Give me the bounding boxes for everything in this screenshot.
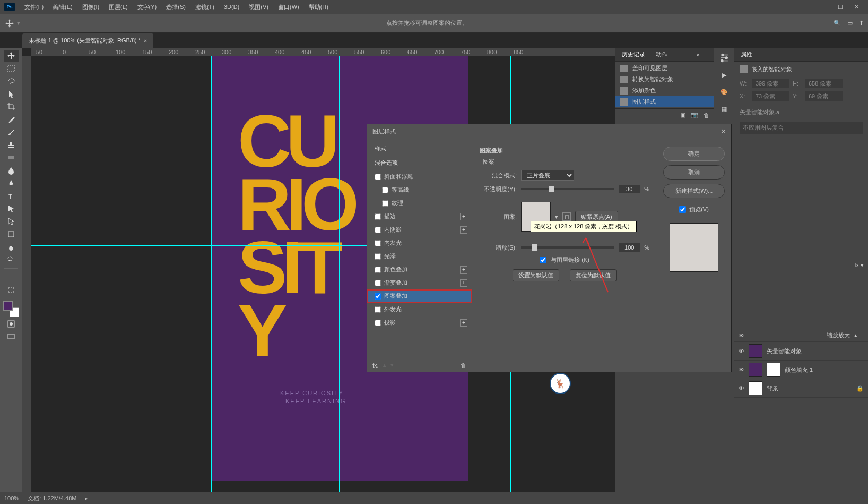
layer-row[interactable]: 👁 缩放放大 ▴ <box>734 329 868 342</box>
checkbox[interactable] <box>382 187 388 193</box>
pen-tool[interactable] <box>4 177 19 189</box>
minimize-button[interactable]: ─ <box>817 2 832 12</box>
menu-filter[interactable]: 滤镜(T) <box>191 1 219 13</box>
blend-mode-select[interactable]: 正片叠底 <box>521 170 574 181</box>
zoom-level[interactable]: 100% <box>4 495 19 501</box>
doc-size[interactable]: 文档: 1.22M/4.48M <box>28 494 76 502</box>
blend-options[interactable]: 混合选项 <box>367 156 472 170</box>
layer-name[interactable]: 颜色填充 1 <box>785 366 813 374</box>
document-tab[interactable]: 未标题-1 @ 100% (矢量智能对象, RGB/8) * × <box>22 33 153 48</box>
menu-layer[interactable]: 图层(L) <box>105 1 132 13</box>
menu-select[interactable]: 选择(S) <box>162 1 190 13</box>
color-swatches[interactable] <box>3 301 19 317</box>
checkbox[interactable] <box>375 320 381 326</box>
scale-input[interactable] <box>619 243 640 252</box>
style-texture[interactable]: 纹理 <box>367 197 472 210</box>
tab-history[interactable]: 历史记录 <box>620 48 647 61</box>
play-icon[interactable]: ▶ <box>718 69 730 81</box>
layer-row[interactable]: 👁 背景 🔒 <box>734 379 868 398</box>
preview-checkbox[interactable] <box>679 206 686 213</box>
menu-view[interactable]: 视图(V) <box>245 1 273 13</box>
move-tool-icon[interactable] <box>4 18 15 29</box>
checkbox[interactable] <box>375 280 381 286</box>
close-tab-icon[interactable]: × <box>144 38 147 44</box>
fx-icon[interactable]: fx. <box>372 362 379 369</box>
dialog-titlebar[interactable]: 图层样式 ✕ <box>367 124 731 139</box>
crop-tool[interactable] <box>4 101 19 113</box>
status-dropdown-icon[interactable]: ▸ <box>85 495 88 502</box>
checkbox[interactable] <box>375 253 381 260</box>
new-snapshot-icon[interactable]: 📷 <box>691 112 698 118</box>
close-dialog-icon[interactable]: ✕ <box>721 128 726 135</box>
style-contour[interactable]: 等高线 <box>367 183 472 197</box>
down-icon[interactable]: ▾ <box>390 362 394 369</box>
set-default-button[interactable]: 设置为默认值 <box>513 269 559 281</box>
move-tool[interactable] <box>4 50 19 62</box>
stamp-tool[interactable] <box>4 139 19 151</box>
menu-image[interactable]: 图像(I) <box>78 1 103 13</box>
tab-properties[interactable]: 属性 <box>739 48 754 61</box>
style-gradient-overlay[interactable]: 渐变叠加+ <box>367 276 472 289</box>
menu-window[interactable]: 窗口(W) <box>274 1 303 13</box>
style-stroke[interactable]: 描边+ <box>367 210 472 223</box>
checkbox[interactable] <box>375 174 381 180</box>
gradient-tool[interactable] <box>4 152 19 164</box>
new-style-button[interactable]: 新建样式(W)... <box>663 184 725 198</box>
guide-v2[interactable] <box>339 56 340 492</box>
style-inner-shadow[interactable]: 内阴影+ <box>367 223 472 236</box>
history-item[interactable]: 盖印可见图层 <box>615 63 714 74</box>
width-input[interactable] <box>752 79 789 88</box>
add-icon[interactable]: + <box>460 319 467 327</box>
layer-row[interactable]: 👁 矢量智能对象 <box>734 342 868 361</box>
height-input[interactable] <box>805 79 843 88</box>
opacity-input[interactable] <box>619 185 640 193</box>
menu-type[interactable]: 文字(Y) <box>133 1 161 13</box>
y-input[interactable] <box>805 91 843 101</box>
checkbox[interactable] <box>375 267 381 273</box>
add-icon[interactable]: + <box>460 213 467 220</box>
workspace-icon[interactable]: ▭ <box>847 20 853 27</box>
history-item-active[interactable]: 图层样式 <box>615 96 714 107</box>
brush-tool[interactable] <box>4 126 19 138</box>
quick-select-tool[interactable] <box>4 88 19 100</box>
style-satin[interactable]: 光泽 <box>367 250 472 263</box>
screen-mode-tool[interactable] <box>4 331 19 343</box>
style-inner-glow[interactable]: 内发光 <box>367 236 472 250</box>
maximize-button[interactable]: ☐ <box>833 2 848 12</box>
style-bevel[interactable]: 斜面和浮雕 <box>367 170 472 183</box>
close-window-button[interactable]: ✕ <box>849 2 864 12</box>
panel-menu-icon[interactable]: ≡ <box>706 52 709 58</box>
layer-row[interactable]: 👁 颜色填充 1 <box>734 361 868 379</box>
lasso-tool[interactable] <box>4 75 19 87</box>
style-outer-glow[interactable]: 外发光 <box>367 303 472 316</box>
libraries-icon[interactable]: ▦ <box>718 103 730 115</box>
checkbox[interactable] <box>375 227 381 233</box>
marquee-tool[interactable] <box>4 63 19 74</box>
snapshot-icon[interactable]: ▣ <box>680 112 685 118</box>
pattern-dropdown-icon[interactable]: ▾ <box>555 213 558 220</box>
layer-name[interactable]: 背景 <box>767 385 778 392</box>
reset-default-button[interactable]: 复位为默认值 <box>570 269 617 281</box>
cancel-button[interactable]: 取消 <box>663 165 725 180</box>
delete-icon[interactable]: 🗑 <box>704 112 709 118</box>
blur-tool[interactable] <box>4 165 19 176</box>
style-drop-shadow[interactable]: 投影+ <box>367 316 472 329</box>
checkbox[interactable] <box>375 240 381 246</box>
scale-slider[interactable] <box>521 246 614 249</box>
shape-tool[interactable] <box>4 228 19 240</box>
fx-indicator[interactable]: 缩放放大 <box>827 331 850 339</box>
eyedropper-tool[interactable] <box>4 114 19 125</box>
search-icon[interactable]: 🔍 <box>834 20 841 27</box>
layer-comp-select[interactable]: 不应用图层复合 <box>740 122 863 134</box>
checkbox[interactable] <box>382 200 388 207</box>
swatches-icon[interactable]: 🎨 <box>718 86 730 98</box>
type-tool[interactable]: T <box>4 190 19 202</box>
add-icon[interactable]: + <box>460 279 467 287</box>
direct-select-tool[interactable] <box>4 216 19 227</box>
checkbox[interactable] <box>375 293 381 300</box>
hand-tool[interactable] <box>4 241 19 253</box>
style-pattern-overlay[interactable]: 图案叠加 <box>367 289 472 303</box>
share-icon[interactable]: ⬆ <box>859 20 864 27</box>
link-layer-checkbox[interactable] <box>540 257 546 263</box>
tab-actions[interactable]: 动作 <box>654 48 670 61</box>
